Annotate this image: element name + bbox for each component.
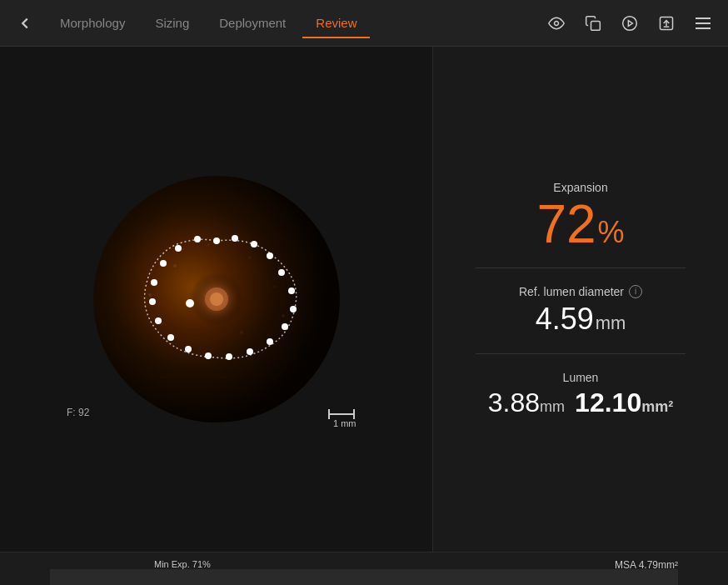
divider-2 [476, 353, 685, 354]
export-icon-button[interactable] [651, 8, 681, 38]
ref-lumen-value: 4.59mm [519, 302, 642, 337]
lumen-diameter-value: 3.88mm [488, 388, 565, 418]
svg-point-9 [173, 264, 177, 268]
svg-point-35 [167, 334, 174, 341]
nav-icons [541, 8, 718, 38]
svg-point-23 [232, 235, 238, 242]
tab-deployment[interactable]: Deployment [206, 9, 299, 37]
ref-lumen-metric: Ref. lumen diameter i 4.59mm [519, 285, 642, 337]
duplicate-icon-button[interactable] [578, 8, 608, 38]
svg-point-21 [210, 292, 223, 306]
oct-image-panel: F: 92 1 mm [0, 47, 433, 552]
svg-point-11 [248, 256, 252, 259]
svg-point-0 [555, 21, 559, 25]
svg-point-18 [282, 314, 285, 318]
divider-1 [476, 268, 685, 268]
svg-point-25 [267, 252, 273, 259]
oct-image-svg: F: 92 1 mm [42, 166, 391, 432]
svg-rect-49 [50, 569, 678, 585]
oct-image-container: F: 92 1 mm [42, 166, 391, 432]
eye-icon-button[interactable] [541, 8, 571, 38]
chart-area: P D [0, 552, 728, 585]
svg-point-42 [186, 299, 194, 308]
menu-button[interactable] [688, 8, 718, 38]
svg-point-41 [194, 236, 201, 242]
svg-point-14 [161, 323, 163, 326]
ref-lumen-info-icon[interactable]: i [629, 285, 642, 298]
ref-lumen-label: Ref. lumen diameter i [519, 285, 642, 298]
top-nav: Morphology Sizing Deployment Review [0, 0, 728, 47]
svg-point-28 [290, 306, 297, 312]
lumen-metric: Lumen 3.88mm 12.10mm² [488, 371, 673, 418]
lumen-area-value: 12.10mm² [575, 388, 673, 418]
svg-point-31 [247, 348, 253, 355]
svg-point-32 [226, 353, 232, 360]
svg-point-33 [205, 352, 212, 359]
back-button[interactable] [10, 8, 40, 38]
bottom-panel: Min Exp. 71% 12.10 mm² MSA 4.79mm² P D [0, 552, 728, 585]
svg-point-34 [185, 346, 192, 352]
svg-rect-1 [591, 21, 601, 30]
lumen-values: 3.88mm 12.10mm² [488, 388, 673, 418]
main-content: F: 92 1 mm Expansion 72% Ref. lumen diam… [0, 47, 728, 552]
svg-point-36 [155, 318, 162, 324]
expansion-value: 72% [536, 198, 624, 251]
svg-point-17 [182, 248, 184, 250]
expansion-metric: Expansion 72% [536, 181, 624, 251]
svg-point-39 [160, 260, 167, 267]
svg-point-15 [240, 331, 243, 334]
svg-point-38 [151, 279, 157, 286]
metrics-panel: Expansion 72% Ref. lumen diameter i 4.59… [433, 47, 728, 552]
svg-point-24 [251, 241, 257, 248]
svg-point-40 [175, 245, 182, 252]
svg-marker-3 [628, 20, 632, 26]
svg-point-12 [273, 286, 276, 288]
svg-point-13 [148, 293, 152, 297]
play-icon-button[interactable] [615, 8, 645, 38]
tab-sizing[interactable]: Sizing [142, 9, 202, 37]
nav-tabs: Morphology Sizing Deployment Review [47, 9, 541, 37]
svg-text:F: 92: F: 92 [67, 407, 90, 418]
svg-point-27 [288, 288, 295, 294]
svg-point-29 [282, 323, 288, 330]
svg-text:1 mm: 1 mm [333, 418, 357, 428]
svg-point-2 [623, 16, 637, 30]
vessel-chart-svg [50, 569, 678, 585]
svg-point-22 [213, 238, 220, 244]
lumen-label: Lumen [488, 371, 673, 384]
svg-point-26 [278, 269, 285, 276]
expansion-label: Expansion [536, 181, 624, 194]
svg-point-16 [198, 348, 201, 351]
svg-point-37 [149, 298, 156, 305]
svg-point-10 [207, 244, 209, 247]
tab-review[interactable]: Review [302, 9, 370, 37]
tab-morphology[interactable]: Morphology [47, 9, 138, 37]
svg-point-30 [267, 338, 273, 345]
